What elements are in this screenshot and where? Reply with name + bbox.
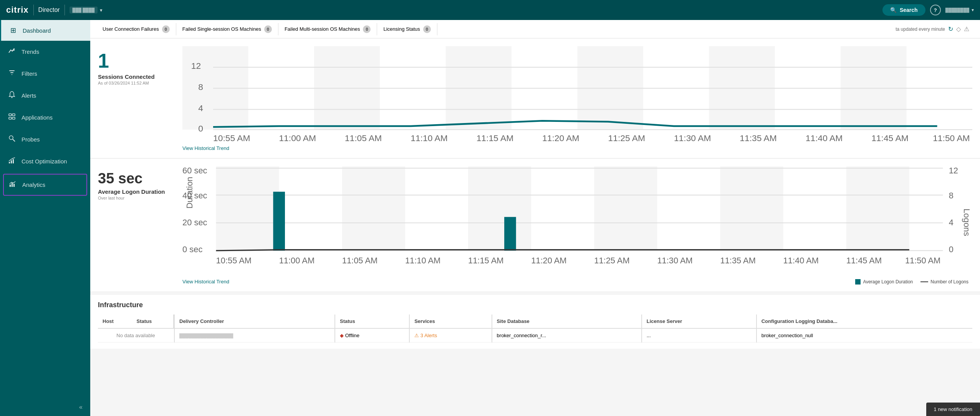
sidebar-item-analytics[interactable]: Analytics xyxy=(3,174,87,196)
logon-number: 35 sec xyxy=(98,170,175,187)
logon-subtext: Over last hour xyxy=(98,196,175,200)
dc-license-server: ... xyxy=(642,328,757,343)
svg-rect-47 xyxy=(846,166,909,251)
svg-text:11:50 AM: 11:50 AM xyxy=(905,256,940,265)
svg-text:11:10 AM: 11:10 AM xyxy=(411,133,448,143)
status-failed-multi[interactable]: Failed Multi-session OS Machines 0 xyxy=(278,23,377,35)
citrix-logo: citrix xyxy=(6,5,29,15)
status-failed-single[interactable]: Failed Single-session OS Machines 0 xyxy=(176,23,278,35)
sidebar-item-cost-optimization[interactable]: Cost Optimization xyxy=(0,150,90,172)
logon-chart-area: 0 sec 20 sec 40 sec 60 sec 0 4 8 12 Dura… xyxy=(182,166,972,277)
infrastructure-tables: Host Status No data available xyxy=(98,314,972,343)
sidebar-item-alerts[interactable]: Alerts xyxy=(0,85,90,106)
notification-text: 1 new notification xyxy=(934,406,972,412)
site-chevron[interactable]: ▾ xyxy=(100,7,103,13)
search-icon: 🔍 xyxy=(890,7,897,13)
legend-bar-label: Average Logon Duration xyxy=(863,279,913,285)
sidebar-label-analytics: Analytics xyxy=(22,181,45,188)
svg-text:11:35 AM: 11:35 AM xyxy=(740,133,777,143)
status-label-ucf: User Connection Failures xyxy=(103,26,159,32)
sidebar-item-filters[interactable]: Filters xyxy=(0,63,90,85)
refresh-icon[interactable]: ↻ xyxy=(948,25,953,33)
search-button[interactable]: 🔍 Search xyxy=(882,4,925,16)
svg-text:20 sec: 20 sec xyxy=(182,218,207,228)
svg-text:4: 4 xyxy=(198,103,203,113)
logon-view-trend-link[interactable]: View Historical Trend xyxy=(182,279,229,285)
svg-text:11:15 AM: 11:15 AM xyxy=(477,133,514,143)
sidebar-item-probes[interactable]: Probes xyxy=(0,128,90,150)
site-selector[interactable]: ███ ████ ▾ xyxy=(70,7,103,13)
svg-rect-7 xyxy=(12,117,15,119)
legend-line-item: Number of Logons xyxy=(920,279,968,285)
help-label: ? xyxy=(934,7,937,13)
dc-licserver-col-header: License Server xyxy=(642,314,757,328)
svg-text:11:35 AM: 11:35 AM xyxy=(720,256,755,265)
svg-text:11:05 AM: 11:05 AM xyxy=(345,133,382,143)
dc-site-db: broker_connection_r... xyxy=(492,328,642,343)
help-button[interactable]: ? xyxy=(930,5,941,15)
svg-text:11:00 AM: 11:00 AM xyxy=(279,256,315,265)
offline-dot-icon: ◆ xyxy=(340,333,344,338)
user-name: ████████ xyxy=(945,8,969,12)
notification-bar[interactable]: 1 new notification xyxy=(926,403,980,416)
svg-rect-62 xyxy=(273,192,285,251)
svg-text:11:40 AM: 11:40 AM xyxy=(783,256,819,265)
svg-rect-15 xyxy=(13,184,15,187)
main-layout: ⊞ Dashboard Trends Filters Alerts Appl xyxy=(0,20,980,416)
cost-optimization-icon xyxy=(8,156,16,166)
status-user-connection-failures[interactable]: User Connection Failures 0 xyxy=(96,23,176,35)
svg-text:Duration: Duration xyxy=(185,177,194,209)
sidebar-item-trends[interactable]: Trends xyxy=(0,41,90,63)
svg-line-9 xyxy=(13,139,15,141)
dc-controller-name: ██████████████████ xyxy=(175,328,335,343)
svg-text:4: 4 xyxy=(949,218,954,228)
dc-configlog-col-header: Configuration Logging Databa... xyxy=(757,314,972,328)
sessions-chart-panel: 1 Sessions Connected As of 03/26/2024 11… xyxy=(90,38,980,158)
svg-rect-6 xyxy=(9,117,12,119)
app-title: Director xyxy=(38,7,60,13)
svg-rect-44 xyxy=(468,166,531,251)
svg-rect-12 xyxy=(13,159,14,163)
svg-text:11:00 AM: 11:00 AM xyxy=(279,133,316,143)
status-label-fs: Failed Single-session OS Machines xyxy=(182,26,261,32)
logon-stat: 35 sec Average Logon Duration Over last … xyxy=(98,166,182,204)
user-menu[interactable]: ████████ ▾ xyxy=(945,7,974,13)
status-count-lic: 0 xyxy=(423,25,431,33)
svg-text:11:15 AM: 11:15 AM xyxy=(468,256,503,265)
host-table-element: Host Status No data available xyxy=(98,314,174,343)
sidebar-item-applications[interactable]: Applications xyxy=(0,106,90,128)
svg-rect-14 xyxy=(12,183,13,187)
svg-text:Logons: Logons xyxy=(962,209,972,236)
svg-text:11:45 AM: 11:45 AM xyxy=(871,133,909,143)
no-data-text: No data available xyxy=(98,328,174,343)
status-col-header: Status xyxy=(132,314,174,328)
dc-status-offline: ◆ Offline xyxy=(335,328,409,343)
dc-name-redacted: ██████████████████ xyxy=(179,333,233,338)
dc-services-col-header: Services xyxy=(409,314,492,328)
dc-table: Delivery Controller Status Services Site… xyxy=(175,314,972,343)
sidebar-label-probes: Probes xyxy=(22,136,40,143)
sidebar: ⊞ Dashboard Trends Filters Alerts Appl xyxy=(0,20,90,416)
dc-services: ⚠ 3 Alerts xyxy=(409,328,492,343)
status-licensing[interactable]: Licensing Status 0 xyxy=(377,23,437,35)
alerts-icon xyxy=(8,91,16,100)
svg-text:8: 8 xyxy=(949,191,954,201)
svg-text:11:40 AM: 11:40 AM xyxy=(806,133,843,143)
logon-chart-panel: 35 sec Average Logon Duration Over last … xyxy=(90,158,980,291)
services-alert-link[interactable]: 3 Alerts xyxy=(420,333,437,338)
diamond-icon[interactable]: ◇ xyxy=(956,25,961,33)
dashboard-icon: ⊞ xyxy=(9,26,17,35)
sidebar-collapse-button[interactable]: « xyxy=(0,398,90,416)
status-count-fm: 0 xyxy=(363,25,371,33)
svg-rect-4 xyxy=(9,114,12,116)
sessions-stat: 1 Sessions Connected As of 03/26/2024 11… xyxy=(98,46,182,89)
svg-text:11:30 AM: 11:30 AM xyxy=(674,133,711,143)
sidebar-item-dashboard[interactable]: ⊞ Dashboard xyxy=(0,20,90,41)
search-label: Search xyxy=(900,7,918,13)
alert-triangle-icon[interactable]: ⚠ xyxy=(964,25,969,33)
svg-text:11:25 AM: 11:25 AM xyxy=(594,256,629,265)
sessions-view-trend-link[interactable]: View Historical Trend xyxy=(182,145,972,151)
top-navigation: citrix Director ███ ████ ▾ 🔍 Search ? ██… xyxy=(0,0,980,20)
legend-line-label: Number of Logons xyxy=(930,279,968,285)
svg-point-8 xyxy=(9,136,13,140)
